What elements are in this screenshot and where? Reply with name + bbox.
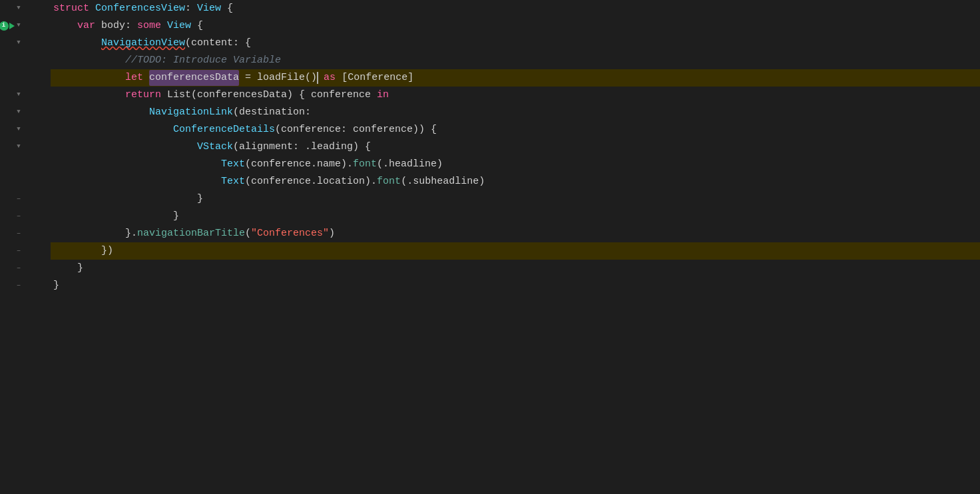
fold-indicator[interactable]	[13, 39, 24, 48]
gutter-row	[0, 190, 45, 208]
code-line-content: NavigationLink(destination:	[51, 105, 311, 120]
token: List(conferencesData) { conference	[161, 87, 377, 103]
token: )	[329, 226, 335, 241]
code-line[interactable]: NavigationLink(destination:	[51, 104, 980, 121]
token: as	[318, 70, 342, 85]
token: (content: {	[185, 35, 251, 51]
code-line[interactable]: }.navigationBarTitle("Conferences")	[51, 225, 980, 242]
token: (conference: conference)) {	[275, 122, 437, 137]
code-line[interactable]: VStack(alignment: .leading) {	[51, 138, 980, 156]
token: View	[197, 1, 221, 16]
token	[53, 139, 197, 154]
fold-indicator[interactable]	[13, 280, 24, 291]
code-line[interactable]: Text(conference.name).font(.headline)	[51, 156, 980, 173]
token: struct	[53, 1, 95, 16]
gutter-row	[0, 0, 45, 17]
code-line-content: }	[51, 208, 179, 224]
code-line-content: VStack(alignment: .leading) {	[51, 139, 371, 154]
code-line-content: }	[51, 260, 83, 276]
code-line-content: }.navigationBarTitle("Conferences")	[51, 226, 335, 241]
fold-indicator[interactable]	[13, 4, 24, 13]
token: Text	[221, 156, 245, 172]
code-line-content: //TODO: Introduce Variable	[51, 53, 281, 68]
code-line-content: NavigationView(content: {	[51, 35, 251, 51]
gutter-row	[0, 69, 45, 87]
token	[53, 105, 149, 120]
token: (	[245, 226, 251, 241]
gutter-row	[0, 35, 45, 52]
code-line-content: let conferencesData = loadFile() as [Con…	[51, 70, 413, 85]
token: return	[125, 87, 161, 103]
code-line[interactable]: NavigationView(content: {	[51, 35, 980, 52]
fold-indicator[interactable]	[13, 228, 24, 239]
token: :	[125, 18, 137, 33]
code-line[interactable]: return List(conferencesData) { conferenc…	[51, 87, 980, 104]
token	[53, 156, 221, 172]
token: [Conference]	[342, 70, 413, 85]
gutter-row	[0, 138, 45, 156]
token: }	[53, 191, 203, 206]
token: font	[377, 174, 401, 189]
code-line-content: Text(conference.location).font(.subheadl…	[51, 174, 485, 189]
token	[53, 87, 125, 103]
code-line[interactable]: }	[51, 277, 980, 294]
token: in	[377, 87, 389, 103]
code-line-content: Text(conference.name).font(.headline)	[51, 156, 443, 172]
editor-code-area[interactable]: struct ConferencesView: View { var body:…	[45, 0, 980, 494]
fold-indicator[interactable]	[13, 142, 24, 152]
fold-indicator[interactable]	[13, 91, 24, 100]
token: :	[185, 1, 197, 16]
code-line[interactable]: }	[51, 260, 980, 277]
token: loadFile()	[257, 70, 317, 85]
gutter-row	[0, 242, 45, 260]
gutter-row	[0, 156, 45, 173]
token: navigationBarTitle	[137, 226, 245, 241]
fold-indicator[interactable]	[13, 21, 24, 31]
code-editor: i struct ConferencesView: View { var bod…	[0, 0, 980, 494]
code-line[interactable]: //TODO: Introduce Variable	[51, 52, 980, 69]
fold-indicator[interactable]	[13, 245, 24, 256]
editor-gutter: i	[0, 0, 45, 494]
gutter-row	[0, 208, 45, 225]
code-line[interactable]: })	[51, 242, 980, 260]
token: //TODO: Introduce Variable	[125, 53, 281, 68]
token: {	[191, 18, 203, 33]
breakpoint-area[interactable]: i	[0, 21, 13, 31]
code-line-content: ConferenceDetails(conference: conference…	[51, 122, 437, 137]
gutter-row	[0, 225, 45, 242]
token: VStack	[197, 139, 233, 154]
code-line[interactable]: let conferencesData = loadFile() as [Con…	[51, 69, 980, 87]
code-line[interactable]: struct ConferencesView: View {	[51, 0, 980, 17]
token: })	[53, 243, 113, 258]
code-line[interactable]: }	[51, 190, 980, 208]
token: Text	[221, 174, 245, 189]
fold-indicator[interactable]	[13, 262, 24, 274]
fold-indicator[interactable]	[13, 125, 24, 134]
token: View	[167, 18, 191, 33]
code-line[interactable]: ConferenceDetails(conference: conference…	[51, 121, 980, 138]
code-line[interactable]: }	[51, 208, 980, 225]
breakpoint-circle: i	[0, 21, 9, 31]
token: (destination:	[233, 105, 311, 120]
code-line-content: struct ConferencesView: View {	[51, 1, 233, 16]
token: }	[53, 260, 83, 276]
code-line-content: }	[51, 278, 59, 293]
code-line[interactable]: Text(conference.location).font(.subheadl…	[51, 173, 980, 190]
token: (conference.location).	[245, 174, 377, 189]
fold-indicator[interactable]	[13, 193, 24, 204]
fold-indicator[interactable]	[13, 210, 24, 222]
token: font	[353, 156, 377, 172]
code-line[interactable]: var body: some View {	[51, 17, 980, 35]
token: ConferenceDetails	[173, 122, 275, 137]
token: some	[137, 18, 167, 33]
gutter-row	[0, 260, 45, 277]
token	[53, 53, 125, 68]
token: (.subheadline)	[401, 174, 485, 189]
breakpoint-indicator: i	[0, 21, 15, 31]
token: (.headline)	[377, 156, 443, 172]
gutter-row	[0, 104, 45, 121]
token: }	[53, 208, 179, 224]
fold-indicator[interactable]	[13, 108, 24, 117]
token: "Conferences"	[251, 226, 329, 241]
token: NavigationLink	[149, 105, 233, 120]
